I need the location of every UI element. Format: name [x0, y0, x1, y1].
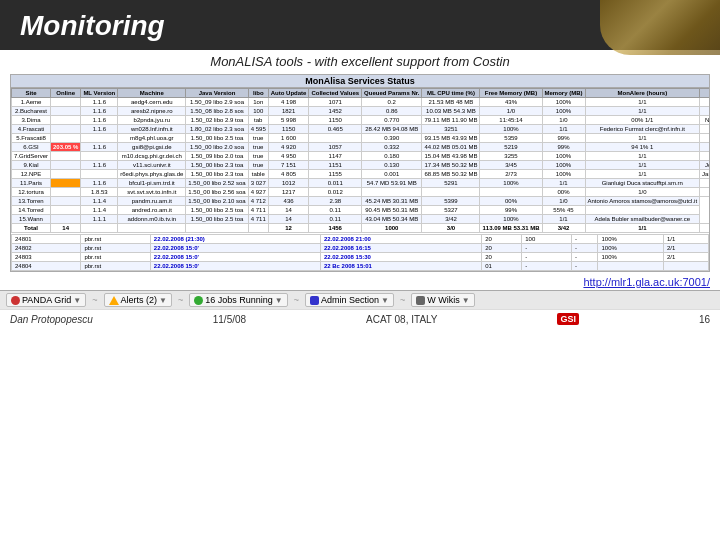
table-cell: Alan Thyrenus athens@cern.rg	[700, 98, 710, 107]
col-libo: libo	[248, 89, 268, 98]
table-cell: 1.1.1	[81, 215, 118, 224]
toolbar-wiki[interactable]: W Wikis ▼	[411, 293, 474, 307]
sub-table-row: 24802pbr.rst22.02.2008 15:0'22.02.2008 1…	[12, 244, 709, 253]
table-cell: gsi8@pi.gsi.de	[118, 143, 186, 152]
table-cell: 15.04 MB 43.98 MB	[422, 152, 480, 161]
table-cell: 1.50_00 libo 2.10 soa	[186, 197, 248, 206]
table-cell: 113.09 MB 53.31 MB	[480, 224, 542, 233]
table-cell: 1/1	[585, 107, 700, 116]
table-cell: svt.svt.svt.to.infn.it	[118, 188, 186, 197]
table-cell: 21.53 MB 48 MB	[422, 98, 480, 107]
table-cell: 4 950	[268, 152, 309, 161]
table-cell: 1/1	[585, 170, 700, 179]
table-cell: 0.770	[362, 116, 422, 125]
col-contact: Contact Person	[700, 89, 710, 98]
table-cell: 1.Aeme	[12, 98, 51, 107]
table-cell: 14	[51, 224, 81, 233]
table-cell: Jan ?Pietrzpoioz rortlypodisz@deri.ch	[700, 152, 710, 161]
table-cell	[700, 134, 710, 143]
toolbar-wiki-label: W Wikis	[427, 295, 460, 305]
table-cell	[81, 224, 118, 233]
table-cell	[51, 152, 81, 161]
sub-table-cell: 24804	[12, 262, 81, 271]
table-cell: 3/45	[480, 161, 542, 170]
table-cell: 79.11 MB 11.90 MB	[422, 116, 480, 125]
table-cell: 436	[268, 197, 309, 206]
main-content: MonAlisa Services Status Site Online ML …	[0, 74, 720, 272]
monitoring-table: Site Online ML Version Machine Java Vers…	[11, 88, 710, 233]
table-cell: 1217	[268, 188, 309, 197]
table-cell	[51, 98, 81, 107]
table-cell: 3/42	[542, 224, 585, 233]
table-cell: 11.Paris	[12, 179, 51, 188]
footer-author: Dan Protopopescu	[10, 314, 93, 325]
table-cell: addonn.m0.ib.tv.in	[118, 215, 186, 224]
table-cell: 4.Frascati	[12, 125, 51, 134]
table-cell: 4 927	[248, 188, 268, 197]
table-cell: 7 151	[268, 161, 309, 170]
sub-table-cell: -	[572, 262, 598, 271]
table-cell: 100%	[542, 107, 585, 116]
sub-table-cell: 100%	[598, 253, 664, 262]
table-cell: b2pnda.jyu.ru	[118, 116, 186, 125]
table-cell: tab	[248, 116, 268, 125]
table-cell: 5.Frascati8	[12, 134, 51, 143]
toolbar-panda[interactable]: PANDA Grid ▼	[6, 293, 86, 307]
table-cell: 4 712	[248, 197, 268, 206]
table-cell: 0.001	[362, 170, 422, 179]
sub-table-cell: 20	[482, 244, 522, 253]
toolbar-jobs[interactable]: 16 Jobs Running ▼	[189, 293, 287, 307]
toolbar-jobs-label: 16 Jobs Running	[205, 295, 273, 305]
table-cell: 1012	[268, 179, 309, 188]
url-line[interactable]: http://mlr1.gla.ac.uk:7001/	[0, 274, 720, 290]
toolbar-alerts[interactable]: Alerts (2) ▼	[104, 293, 172, 307]
col-machine: Machine	[118, 89, 186, 98]
table-cell: 1057	[309, 143, 362, 152]
table-cell: 1.80_02 libo 2.3 soa	[186, 125, 248, 134]
sub-table-cell: 22 Bc 2008 15:01	[320, 262, 481, 271]
sub-table-cell: 2/1	[663, 253, 708, 262]
sub-table-row: 24801pbr.rst22.02.2008 (21:30)22.02.2008…	[12, 235, 709, 244]
sub-table-cell: -	[522, 253, 572, 262]
table-cell: 1/0	[585, 188, 700, 197]
sub-table-cell: pbr.rst	[81, 262, 150, 271]
table-cell: r6edi.phys.phys.glas.de	[118, 170, 186, 179]
table-cell: 1151	[309, 161, 362, 170]
table-cell	[51, 134, 81, 143]
monitoring-table-container: MonAlisa Services Status Site Online ML …	[10, 74, 710, 272]
table-cell: 1.1.6	[81, 161, 118, 170]
table-cell: 203.05 %	[51, 143, 81, 152]
sub-table-cell: 24802	[12, 244, 81, 253]
table-row: 6.GSI203.05 %1.1.6gsi8@pi.gsi.de1.50_00 …	[12, 143, 711, 152]
sub-table-cell: -	[522, 262, 572, 271]
footer-page: 16	[699, 314, 710, 325]
table-cell: 1.8.53	[81, 188, 118, 197]
table-row: 1.Aeme1.1.6aedg4.cern.edu1.50_09 libo 2.…	[12, 98, 711, 107]
table-row: Total1412145610003/0113.09 MB 53.31 MB3/…	[12, 224, 711, 233]
gsi-logo: GSI	[557, 313, 579, 325]
table-cell	[309, 134, 362, 143]
table-cell	[81, 134, 118, 143]
col-site: Site	[12, 89, 51, 98]
table-cell: 43%	[480, 98, 542, 107]
table-cell: 14.Torred	[12, 206, 51, 215]
col-collected: Collected Values	[309, 89, 362, 98]
table-cell: 1/0	[542, 116, 585, 125]
table-cell: 4 711	[248, 215, 268, 224]
jobs-icon	[194, 296, 203, 305]
table-cell: Niko Schuertz stischuertz@gsi.de	[700, 143, 710, 152]
table-cell: 3/42	[422, 215, 480, 224]
table-cell: 0.332	[362, 143, 422, 152]
table-cell: 1.1.6	[81, 179, 118, 188]
table-cell	[362, 188, 422, 197]
table-row: 13.Torren1.1.4pandm.ru.am.it1.50_00 libo…	[12, 197, 711, 206]
col-memory: Memory (MB)	[542, 89, 585, 98]
separator-2: ~	[178, 295, 183, 305]
table-cell: 100%	[480, 179, 542, 188]
table-cell: 00% 1/1	[585, 116, 700, 125]
table-cell	[480, 188, 542, 197]
table-cell: 1150	[268, 125, 309, 134]
table-cell: 1.1.6	[81, 125, 118, 134]
table-cell: 14	[268, 215, 309, 224]
toolbar-admin[interactable]: Admin Section ▼	[305, 293, 394, 307]
